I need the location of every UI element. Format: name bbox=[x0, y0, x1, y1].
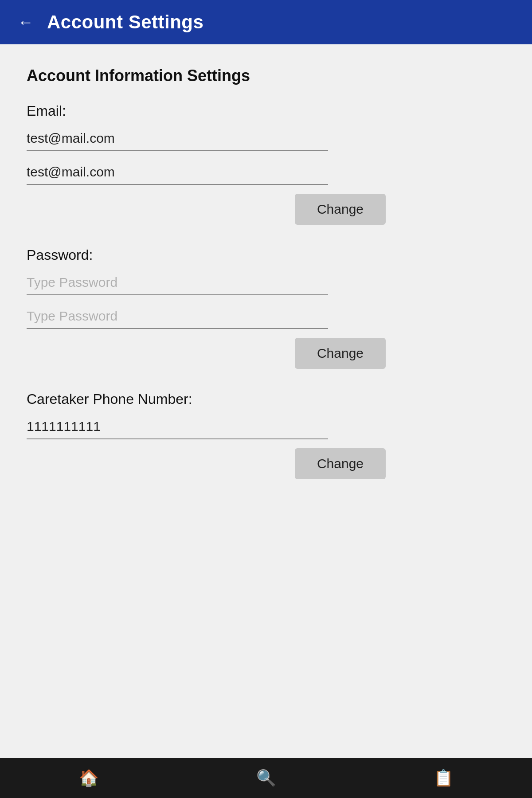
password-section: Password: Change bbox=[27, 247, 505, 369]
password-change-row: Change bbox=[27, 338, 386, 369]
phone-input[interactable] bbox=[27, 415, 328, 439]
phone-change-row: Change bbox=[27, 448, 386, 479]
email-input-1[interactable] bbox=[27, 126, 328, 151]
app-header: ← Account Settings bbox=[0, 0, 532, 44]
nav-search-icon[interactable]: 🔍 bbox=[256, 769, 276, 787]
page-title: Account Settings bbox=[47, 12, 203, 33]
section-heading: Account Information Settings bbox=[27, 66, 505, 85]
main-content: Account Information Settings Email: Chan… bbox=[0, 44, 532, 758]
email-input-2[interactable] bbox=[27, 160, 328, 185]
password-label: Password: bbox=[27, 247, 505, 263]
password-input-2[interactable] bbox=[27, 304, 328, 329]
phone-change-button[interactable]: Change bbox=[295, 448, 386, 479]
phone-section: Caretaker Phone Number: Change bbox=[27, 391, 505, 479]
password-change-button[interactable]: Change bbox=[295, 338, 386, 369]
email-change-button[interactable]: Change bbox=[295, 194, 386, 225]
email-label: Email: bbox=[27, 103, 505, 119]
nav-home-icon[interactable]: 🏠 bbox=[79, 769, 99, 787]
email-change-row: Change bbox=[27, 194, 386, 225]
phone-label: Caretaker Phone Number: bbox=[27, 391, 505, 407]
bottom-nav-bar: 🏠 🔍 📋 bbox=[0, 758, 532, 798]
nav-list-icon[interactable]: 📋 bbox=[434, 769, 454, 787]
email-section: Email: Change bbox=[27, 103, 505, 225]
password-input-1[interactable] bbox=[27, 270, 328, 295]
back-button[interactable]: ← bbox=[18, 13, 34, 31]
